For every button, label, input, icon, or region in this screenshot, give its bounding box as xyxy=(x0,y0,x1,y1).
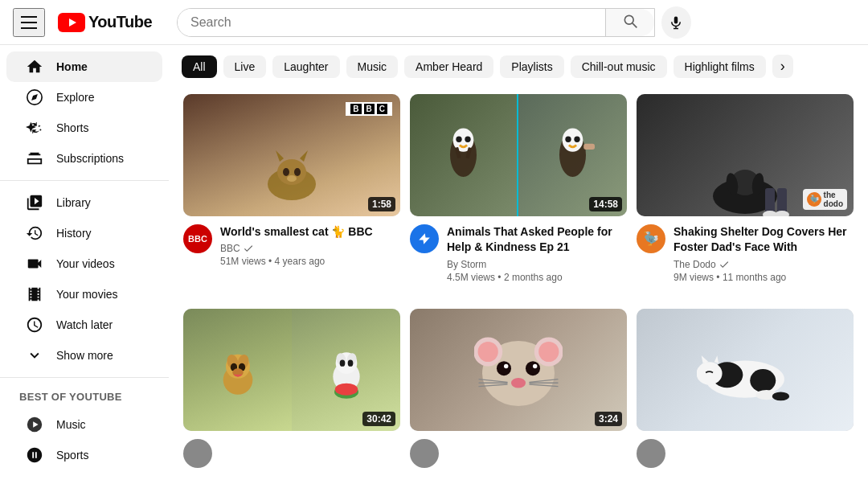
thumbnail-3: 🦤 thedodo xyxy=(637,94,854,216)
search-bar xyxy=(177,8,655,37)
sidebar-item-subscriptions[interactable]: Subscriptions xyxy=(6,143,162,174)
search-area xyxy=(177,6,691,39)
chip-amber-heard[interactable]: Amber Heard xyxy=(404,55,493,78)
chip-playlists[interactable]: Playlists xyxy=(500,55,563,78)
sidebar-label-your-videos: Your videos xyxy=(56,257,115,270)
chip-laughter[interactable]: Laughter xyxy=(272,55,339,78)
svg-marker-29 xyxy=(419,233,430,244)
duration-badge-1: 1:58 xyxy=(368,197,395,211)
thumb-bg-6 xyxy=(637,309,854,431)
sidebar-item-sports[interactable]: Sports xyxy=(6,440,162,470)
sidebar-item-music[interactable]: Music xyxy=(6,409,162,440)
avatar-2 xyxy=(410,224,439,253)
sidebar-label-your-movies: Your movies xyxy=(56,288,118,301)
video-channel-3: The Dodo xyxy=(674,259,854,270)
svg-point-60 xyxy=(504,364,508,368)
video-meta-3: Shaking Shelter Dog Covers Her Foster Da… xyxy=(674,224,854,283)
youtube-logo-icon xyxy=(58,13,85,32)
svg-point-16 xyxy=(294,168,301,176)
svg-point-72 xyxy=(697,362,723,384)
video-stats-3: 9M views • 11 months ago xyxy=(674,272,854,283)
mic-button[interactable] xyxy=(661,6,691,39)
svg-point-27 xyxy=(574,137,579,142)
sidebar-item-explore[interactable]: Explore xyxy=(6,82,162,113)
svg-point-61 xyxy=(533,364,537,368)
sidebar-item-library[interactable]: Library xyxy=(6,187,162,218)
video-meta-5 xyxy=(447,439,627,468)
verified-icon-1 xyxy=(243,243,254,254)
svg-point-49 xyxy=(339,360,345,367)
svg-point-57 xyxy=(538,342,559,362)
svg-point-26 xyxy=(565,137,571,142)
search-input[interactable] xyxy=(178,9,605,36)
video-info-2: Animals That Asked People for Help & Kin… xyxy=(410,224,627,283)
svg-rect-4 xyxy=(674,16,678,23)
video-card-6[interactable] xyxy=(632,309,858,480)
sidebar-item-home[interactable]: Home xyxy=(6,51,162,82)
mic-icon xyxy=(669,15,683,30)
sidebar: Home Explore Shorts Subscriptions Librar… xyxy=(0,45,169,480)
video-stats-1: 51M views • 4 years ago xyxy=(220,256,400,267)
duration-badge-4: 30:42 xyxy=(362,412,395,426)
video-title-1: World's smallest cat 🐈 BBC xyxy=(220,224,400,240)
chip-music[interactable]: Music xyxy=(346,55,399,78)
video-grid-row2: 30:42 xyxy=(169,309,868,480)
explore-icon xyxy=(26,88,43,106)
video-info-5 xyxy=(410,439,627,468)
video-info-3: 🦤 Shaking Shelter Dog Covers Her Foster … xyxy=(637,224,854,283)
thumbnail-1: B B C xyxy=(183,94,400,216)
svg-marker-8 xyxy=(31,94,38,101)
duration-badge-5: 3:24 xyxy=(595,412,622,426)
svg-rect-28 xyxy=(583,144,595,150)
chip-all[interactable]: All xyxy=(182,55,217,78)
menu-button[interactable] xyxy=(13,8,45,37)
video-channel-2: By Storm xyxy=(447,259,627,270)
video-meta-1: World's smallest cat 🐈 BBC BBC 51M views… xyxy=(220,224,400,268)
video-info-4 xyxy=(183,439,400,468)
movies-icon xyxy=(26,285,43,303)
svg-point-21 xyxy=(465,137,470,142)
sidebar-item-show-more[interactable]: Show more xyxy=(6,340,162,371)
svg-point-15 xyxy=(283,168,289,176)
sidebar-label-subscriptions: Subscriptions xyxy=(56,152,124,165)
thumbnail-6 xyxy=(637,309,854,431)
search-button[interactable] xyxy=(605,9,654,36)
chip-live[interactable]: Live xyxy=(223,55,267,78)
thumbnail-5: 3:24 xyxy=(410,309,627,431)
video-card-3[interactable]: 🦤 thedodo 🦤 Shaking Shelter Dog Covers H… xyxy=(632,94,858,302)
avatar-3: 🦤 xyxy=(637,224,665,253)
sidebar-item-watch-later[interactable]: Watch later xyxy=(6,310,162,340)
sidebar-item-history[interactable]: History xyxy=(6,218,162,248)
sidebar-item-your-videos[interactable]: Your videos xyxy=(6,248,162,279)
sidebar-divider-1 xyxy=(0,180,169,181)
sports-icon xyxy=(26,446,43,464)
chip-more[interactable]: › xyxy=(772,55,793,78)
svg-point-62 xyxy=(511,378,526,388)
svg-point-52 xyxy=(334,384,357,396)
header-left: YouTube xyxy=(13,8,174,37)
best-of-youtube-title: BEST OF YOUTUBE xyxy=(0,384,169,409)
svg-point-17 xyxy=(287,175,297,182)
svg-point-58 xyxy=(497,361,511,375)
sidebar-item-your-movies[interactable]: Your movies xyxy=(6,279,162,310)
avatar-1: BBC xyxy=(183,224,212,253)
sidebar-label-explore: Explore xyxy=(56,91,94,104)
video-card-4[interactable]: 30:42 xyxy=(178,309,405,480)
sidebar-label-shorts: Shorts xyxy=(56,121,88,134)
subscriptions-icon xyxy=(26,150,43,167)
video-card-1[interactable]: B B C xyxy=(178,94,405,302)
music-icon xyxy=(26,416,43,433)
video-card-2[interactable]: 14:58 Animals That Asked People for Help… xyxy=(405,94,632,302)
chip-highlight-films[interactable]: Highlight films xyxy=(674,55,766,78)
chip-chill-out-music[interactable]: Chill-out music xyxy=(571,55,667,78)
sidebar-item-shorts[interactable]: Shorts xyxy=(6,113,162,143)
video-card-5[interactable]: 3:24 xyxy=(405,309,632,480)
thumb-bg-3: 🦤 thedodo xyxy=(637,94,854,216)
video-meta-2: Animals That Asked People for Help & Kin… xyxy=(447,224,627,283)
library-icon xyxy=(26,194,43,211)
svg-point-2 xyxy=(624,15,633,24)
header: YouTube xyxy=(0,0,868,45)
logo[interactable]: YouTube xyxy=(58,13,152,32)
main-content: All Live Laughter Music Amber Heard Play… xyxy=(169,45,868,480)
sidebar-label-watch-later: Watch later xyxy=(56,318,113,331)
